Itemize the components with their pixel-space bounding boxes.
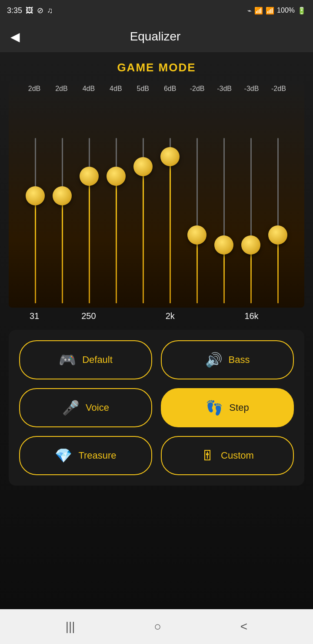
db-labels-row: 2dB2dB4dB4dB5dB6dB-2dB-3dB-3dB-2dB: [9, 81, 304, 93]
freq-label-6: [185, 311, 210, 321]
slider-track-2[interactable]: [76, 138, 103, 303]
preset-icon-custom: 🎚: [201, 448, 215, 464]
slider-track-0[interactable]: [22, 138, 49, 303]
music-icon: ♫: [47, 6, 53, 15]
home-button[interactable]: ○: [150, 615, 166, 638]
slider-knob-5[interactable]: [160, 147, 180, 166]
preset-btn-step[interactable]: 👣Step: [161, 388, 294, 427]
slider-knob-8[interactable]: [241, 235, 260, 255]
db-label-0: 2dB: [22, 85, 47, 93]
preset-btn-bass[interactable]: 🔊Bass: [161, 340, 294, 379]
preset-btn-voice[interactable]: 🎤Voice: [19, 388, 152, 427]
notification-icon: ⊘: [37, 6, 43, 15]
slider-knob-1[interactable]: [53, 186, 72, 205]
freq-label-7: [212, 311, 237, 321]
freq-label-4: [130, 311, 156, 321]
preset-label-step: Step: [229, 402, 249, 413]
status-right: ⌁ 📶 📶 100% 🔋: [247, 7, 306, 15]
slider-track-7[interactable]: [210, 138, 237, 303]
preset-label-treasure: Treasure: [78, 450, 116, 461]
top-nav: ◀ Equalizer: [0, 21, 313, 52]
photo-icon: 🖼: [26, 6, 33, 15]
menu-button[interactable]: |||: [61, 615, 80, 638]
slider-line-active-2: [89, 176, 90, 303]
db-label-9: -2dB: [266, 85, 291, 93]
slider-track-8[interactable]: [237, 138, 264, 303]
preset-icon-treasure: 💎: [55, 447, 72, 464]
slider-track-5[interactable]: [156, 138, 183, 303]
main-content: GAME MODE 2dB2dB4dB4dB5dB6dB-2dB-3dB-3dB…: [0, 52, 313, 609]
back-nav-button[interactable]: <: [236, 615, 252, 638]
battery-icon: 🔋: [297, 7, 306, 15]
slider-track-6[interactable]: [183, 138, 210, 303]
slider-knob-0[interactable]: [26, 186, 45, 205]
bluetooth-icon: ⌁: [247, 7, 252, 15]
slider-knob-2[interactable]: [80, 167, 99, 186]
slider-track-1[interactable]: [49, 138, 76, 303]
sliders-area[interactable]: [9, 93, 304, 308]
preset-btn-custom[interactable]: 🎚Custom: [161, 436, 294, 475]
preset-label-bass: Bass: [229, 354, 250, 366]
slider-line-active-3: [116, 176, 117, 303]
wifi-icon: 📶: [254, 7, 263, 15]
preset-icon-bass: 🔊: [205, 352, 223, 368]
slider-line-active-9: [277, 235, 279, 303]
status-bar: 3:35 🖼 ⊘ ♫ ⌁ 📶 📶 100% 🔋: [0, 0, 313, 21]
freq-label-8: 16k: [239, 311, 264, 321]
slider-track-9[interactable]: [264, 138, 291, 303]
db-label-5: 6dB: [157, 85, 183, 93]
battery-label: 100%: [277, 7, 295, 14]
db-label-6: -2dB: [185, 85, 210, 93]
page-title: Equalizer: [29, 30, 282, 44]
eq-visualizer: 2dB2dB4dB4dB5dB6dB-2dB-3dB-3dB-2dB: [9, 81, 304, 308]
db-label-7: -3dB: [212, 85, 237, 93]
slider-knob-7[interactable]: [214, 235, 233, 255]
back-button[interactable]: ◀: [10, 30, 20, 44]
freq-label-1: [49, 311, 74, 321]
freq-label-3: [103, 311, 128, 321]
bottom-nav: ||| ○ <: [0, 609, 313, 644]
preset-label-default: Default: [82, 354, 113, 366]
slider-knob-4[interactable]: [133, 157, 153, 176]
slider-track-3[interactable]: [103, 138, 130, 303]
preset-btn-treasure[interactable]: 💎Treasure: [19, 436, 152, 475]
slider-line-active-4: [143, 167, 144, 304]
db-label-8: -3dB: [239, 85, 264, 93]
slider-knob-6[interactable]: [187, 225, 206, 245]
slider-knob-9[interactable]: [268, 225, 287, 245]
db-label-4: 5dB: [130, 85, 156, 93]
preset-label-custom: Custom: [221, 450, 254, 461]
signal-icon: 📶: [266, 7, 274, 15]
db-label-2: 4dB: [76, 85, 101, 93]
status-left: 3:35 🖼 ⊘ ♫: [7, 6, 53, 15]
freq-label-0: 31: [22, 311, 47, 321]
preset-icon-default: 🎮: [59, 352, 76, 368]
preset-label-voice: Voice: [86, 402, 109, 413]
preset-btn-default[interactable]: 🎮Default: [19, 340, 152, 379]
freq-labels-row: 312502k16k: [9, 308, 304, 321]
preset-icon-step: 👣: [206, 399, 223, 416]
preset-icon-voice: 🎤: [62, 399, 80, 416]
mode-title: GAME MODE: [117, 61, 196, 74]
slider-line-active-5: [170, 157, 171, 303]
freq-label-2: 250: [76, 311, 101, 321]
freq-label-5: 2k: [157, 311, 183, 321]
freq-label-9: [266, 311, 291, 321]
slider-line-active-0: [35, 196, 36, 303]
db-label-3: 4dB: [103, 85, 128, 93]
slider-knob-3[interactable]: [107, 167, 126, 186]
slider-line-active-1: [62, 196, 63, 303]
slider-line-active-6: [196, 235, 198, 303]
db-label-1: 2dB: [49, 85, 74, 93]
status-time: 3:35: [7, 6, 22, 15]
presets-section: 🎮Default🔊Bass🎤Voice👣Step💎Treasure🎚Custom: [9, 330, 304, 486]
slider-track-4[interactable]: [130, 138, 156, 303]
